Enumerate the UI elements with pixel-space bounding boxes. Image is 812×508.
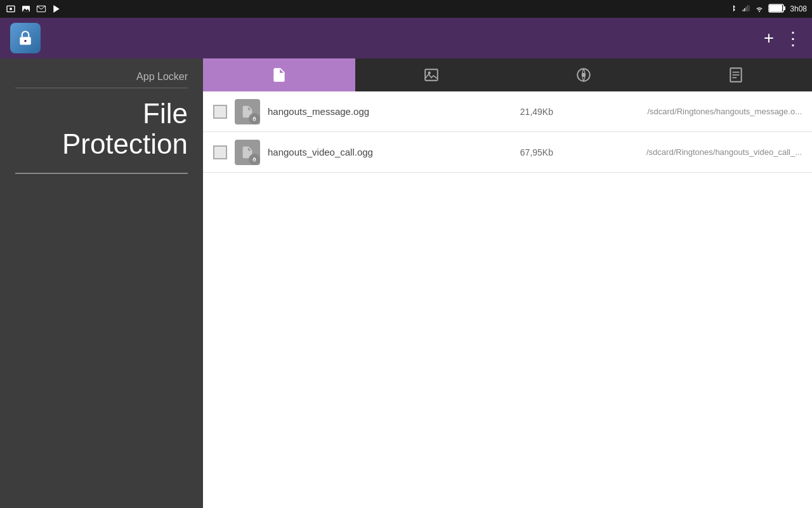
file-name-2: hangouts_video_call.ogg [268,147,482,157]
wifi-icon [754,3,764,15]
file-name-1: hangouts_message.ogg [268,106,482,117]
audio-icon [575,67,592,83]
app-bar-actions: + ⋮ [764,28,802,49]
image-icon [423,67,440,83]
file-size-1: 21,49Kb [490,107,553,117]
docs-icon [728,67,744,83]
file-lock-icon-1 [249,113,260,124]
file-list: hangouts_message.ogg 21,49Kb /sdcard/Rin… [203,91,812,508]
file-checkbox-2[interactable] [213,145,227,159]
file-size-2: 67,95Kb [490,147,553,157]
sidebar-title: File Protection [0,98,203,160]
svg-marker-5 [53,5,59,13]
app-bar: + ⋮ [0,18,812,58]
sidebar-divider [15,88,188,88]
main-layout: App Locker File Protection [0,58,812,508]
svg-rect-13 [769,5,782,11]
file-icon-wrapper-2 [235,140,260,165]
tabs [203,58,812,91]
menu-button[interactable]: ⋮ [784,28,802,49]
time-display: 3h08 [790,4,807,13]
sidebar-title-line2: Protection [62,128,188,159]
image-notif-icon [20,3,32,15]
tab-images[interactable] [355,58,508,91]
svg-rect-12 [783,6,785,10]
status-bar-left [5,3,62,15]
tab-audio[interactable] [508,58,660,91]
file-icon-wrapper-1 [235,99,260,124]
add-button[interactable]: + [764,28,774,48]
status-bar: 3h08 [0,0,812,18]
tab-files[interactable] [203,58,355,91]
table-row: hangouts_message.ogg 21,49Kb /sdcard/Rin… [203,91,812,132]
svg-point-15 [24,40,27,43]
svg-point-1 [10,8,12,10]
sidebar-app-locker-label: App Locker [0,71,203,83]
svg-rect-16 [425,69,438,80]
bluetooth-icon [729,4,738,15]
sidebar-bottom-divider [15,173,188,174]
table-row: hangouts_video_call.ogg 67,95Kb /sdcard/… [203,132,812,173]
file-checkbox-1[interactable] [213,105,227,119]
status-bar-right: 3h08 [729,3,807,15]
file-lock-icon-2 [249,154,260,165]
media-icon [51,3,62,15]
battery-icon [768,3,786,15]
sidebar-title-line1: File [143,98,188,129]
file-path-2: /sdcard/Ringtones/hangouts_video_call_..… [561,147,802,157]
file-path-1: /sdcard/Ringtones/hangouts_message.o... [561,107,802,116]
gmail-icon [36,3,47,15]
signal-icon [742,4,750,15]
sidebar: App Locker File Protection [0,58,203,508]
tab-docs[interactable] [660,58,812,91]
content-panel: hangouts_message.ogg 21,49Kb /sdcard/Rin… [203,58,812,508]
screenshot-icon [5,3,16,15]
file-icon [271,67,287,83]
app-icon [10,23,41,53]
